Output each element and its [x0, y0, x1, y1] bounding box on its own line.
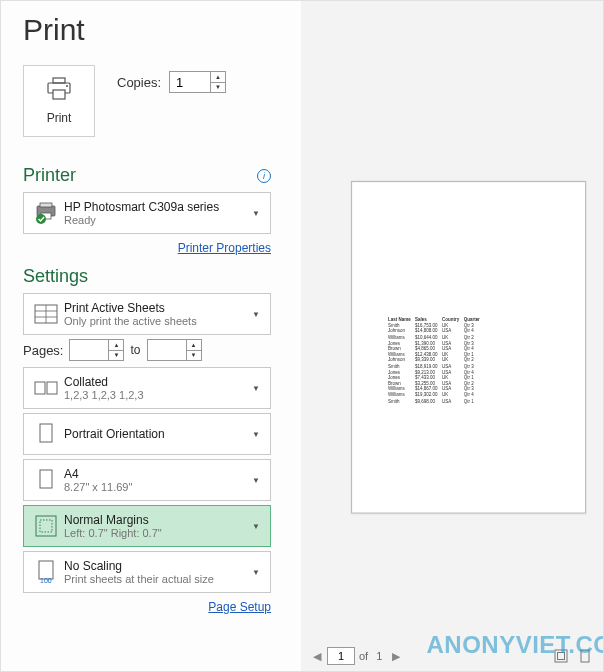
svg-rect-15	[40, 470, 52, 488]
chevron-down-icon: ▼	[248, 310, 264, 319]
svg-rect-13	[47, 382, 57, 394]
margins-selector[interactable]: Normal Margins Left: 0.7" Right: 0.7" ▼	[23, 505, 271, 547]
preview-table: Last NameSalesCountryQuarterSmith$16,753…	[386, 317, 482, 404]
printer-icon	[45, 77, 73, 105]
info-icon[interactable]: i	[257, 169, 271, 183]
svg-point-3	[66, 85, 68, 87]
preview-page: Last NameSalesCountryQuarterSmith$16,753…	[351, 181, 586, 514]
pages-from-down[interactable]: ▼	[109, 351, 123, 361]
portrait-icon	[32, 423, 60, 445]
zoom-to-page-button[interactable]	[573, 646, 597, 666]
chevron-down-icon: ▼	[248, 522, 264, 531]
svg-rect-14	[40, 424, 52, 442]
paper-secondary: 8.27" x 11.69"	[64, 481, 248, 493]
total-pages: 1	[376, 650, 382, 662]
copies-up[interactable]: ▲	[211, 72, 225, 83]
pages-to-down[interactable]: ▼	[187, 351, 201, 361]
collated-icon	[32, 379, 60, 397]
printer-properties-link[interactable]: Printer Properties	[178, 241, 271, 255]
collated-secondary: 1,2,3 1,2,3 1,2,3	[64, 389, 248, 401]
svg-rect-17	[40, 520, 52, 532]
pages-to-spinner[interactable]: ▲▼	[147, 339, 202, 361]
printer-section-title: Printer	[23, 165, 76, 186]
pages-from-input[interactable]	[70, 340, 108, 360]
copies-spinner[interactable]: ▲ ▼	[169, 71, 226, 93]
copies-down[interactable]: ▼	[211, 83, 225, 93]
scaling-primary: No Scaling	[64, 559, 248, 573]
margins-icon	[32, 515, 60, 537]
orientation-primary: Portrait Orientation	[64, 427, 248, 441]
pages-to-up[interactable]: ▲	[187, 340, 201, 351]
margins-primary: Normal Margins	[64, 513, 248, 527]
pages-to-label: to	[130, 343, 140, 357]
pages-label: Pages:	[23, 343, 63, 358]
print-button[interactable]: Print	[23, 65, 95, 137]
print-button-label: Print	[47, 111, 72, 125]
svg-rect-20	[555, 650, 567, 662]
svg-rect-22	[581, 650, 589, 662]
svg-text:100: 100	[40, 577, 52, 584]
collation-selector[interactable]: Collated 1,2,3 1,2,3 1,2,3 ▼	[23, 367, 271, 409]
of-label: of	[359, 650, 368, 662]
printer-name: HP Photosmart C309a series	[64, 200, 248, 214]
print-what-selector[interactable]: Print Active Sheets Only print the activ…	[23, 293, 271, 335]
printer-status: Ready	[64, 214, 248, 226]
chevron-down-icon: ▼	[248, 476, 264, 485]
scaling-icon: 100	[32, 560, 60, 584]
pages-to-input[interactable]	[148, 340, 186, 360]
svg-rect-5	[40, 203, 52, 207]
chevron-down-icon: ▼	[248, 384, 264, 393]
prev-page-button[interactable]: ◀	[307, 648, 327, 665]
pages-from-spinner[interactable]: ▲▼	[69, 339, 124, 361]
page-setup-link[interactable]: Page Setup	[208, 600, 271, 614]
svg-rect-0	[53, 78, 65, 83]
page-title: Print	[23, 13, 271, 47]
show-margins-button[interactable]	[549, 646, 573, 666]
svg-rect-16	[36, 516, 56, 536]
next-page-button[interactable]: ▶	[386, 648, 406, 665]
current-page-input[interactable]	[327, 647, 355, 665]
settings-section-title: Settings	[23, 266, 271, 287]
svg-rect-21	[558, 653, 565, 660]
svg-rect-2	[53, 90, 65, 99]
copies-label: Copies:	[117, 75, 161, 90]
chevron-down-icon: ▼	[248, 430, 264, 439]
chevron-down-icon: ▼	[248, 568, 264, 577]
collated-primary: Collated	[64, 375, 248, 389]
paper-icon	[32, 469, 60, 491]
pages-from-up[interactable]: ▲	[109, 340, 123, 351]
paper-primary: A4	[64, 467, 248, 481]
paper-size-selector[interactable]: A4 8.27" x 11.69" ▼	[23, 459, 271, 501]
copies-input[interactable]	[170, 72, 210, 92]
chevron-down-icon: ▼	[248, 209, 264, 218]
printer-selector[interactable]: HP Photosmart C309a series Ready ▼	[23, 192, 271, 234]
printer-ready-icon	[32, 202, 60, 224]
margins-secondary: Left: 0.7" Right: 0.7"	[64, 527, 248, 539]
svg-rect-12	[35, 382, 45, 394]
print-preview-panel: Last NameSalesCountryQuarterSmith$16,753…	[301, 1, 603, 671]
svg-point-7	[36, 214, 46, 224]
sheets-icon	[32, 304, 60, 324]
scaling-selector[interactable]: 100 No Scaling Print sheets at their act…	[23, 551, 271, 593]
print-what-secondary: Only print the active sheets	[64, 315, 248, 327]
print-what-primary: Print Active Sheets	[64, 301, 248, 315]
scaling-secondary: Print sheets at their actual size	[64, 573, 248, 585]
orientation-selector[interactable]: Portrait Orientation ▼	[23, 413, 271, 455]
